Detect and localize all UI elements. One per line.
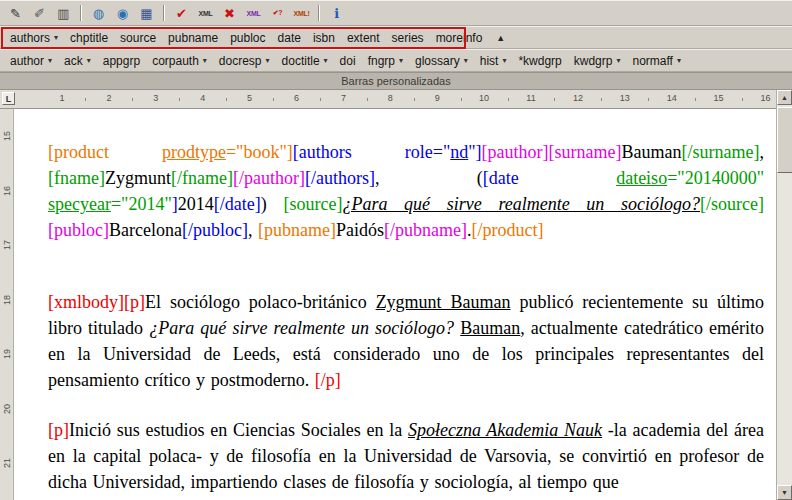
ruler-number: 2 [106,93,111,103]
element-button-moreinfo[interactable]: moreinfo [430,29,489,47]
xml-tag[interactable]: [/p] [315,370,341,390]
element-button-kwdgrp[interactable]: kwdgrp▾ [568,52,627,70]
xml-tag[interactable]: role=" [405,142,450,162]
xml-tag[interactable]: [/fname] [171,168,233,188]
xml-tag[interactable]: [publoc] [48,220,109,240]
element-button-label: isbn [313,31,335,45]
xml-tag[interactable]: dateiso [616,168,667,188]
dropdown-arrow-icon: ▾ [464,57,468,65]
save-icon[interactable]: ▦ [136,3,157,23]
ruler-number: 20 [2,400,12,418]
xml-tag[interactable]: [date [483,168,616,188]
pencil-icon[interactable]: ✎ [5,3,26,23]
xml-tag[interactable]: [/surname] [682,142,760,162]
element-button-doctitle[interactable]: doctitle▾ [276,52,334,70]
element-button-kwdgrp[interactable]: *kwdgrp [512,52,567,70]
xml-tag[interactable]: ="2014" [111,194,172,214]
scrollbar-thumb[interactable] [777,107,792,173]
vertical-scrollbar[interactable]: ▲ ▼ [776,90,792,500]
info-icon[interactable]: ℹ [326,3,347,23]
xml-tag[interactable]: specyear [48,194,111,214]
xml-validate-icon[interactable]: XML [195,3,216,23]
globe-edit-icon[interactable]: ◉ [112,3,133,23]
check-options-icon[interactable]: ✔? [267,3,288,23]
element-button-doi[interactable]: doi [334,52,362,70]
xml-tag[interactable]: [surname] [549,142,622,162]
xml-tag[interactable]: [/publoc] [182,220,248,240]
xml-tag[interactable]: nd [450,142,468,162]
text-run: , [760,142,765,162]
element-button-label: chptitle [70,31,108,45]
globe-icon[interactable]: ◍ [88,3,109,23]
ruler-tick [461,98,462,101]
element-button-fngrp[interactable]: fngrp▾ [362,52,409,70]
element-button-authors[interactable]: authors▾ [4,29,64,47]
element-button-publoc[interactable]: publoc [224,29,271,47]
element-button-chptitle[interactable]: chptitle [64,29,114,47]
ruler-tick [508,98,509,101]
xml-tag[interactable]: "] [468,142,481,162]
pen-icon[interactable]: ✐ [29,3,50,23]
element-button-label: *kwdgrp [518,54,561,68]
xml-tag[interactable]: [/date] [214,194,261,214]
element-button-extent[interactable]: extent [341,29,386,47]
element-button-isbn[interactable]: isbn [307,29,341,47]
element-button-author[interactable]: author▾ [4,52,58,70]
xml-tag[interactable]: [fname] [48,168,105,188]
element-button-label: series [392,31,424,45]
element-button-hist[interactable]: hist▾ [474,52,513,70]
text-run: 2014 [178,194,214,214]
ruler-number: 14 [667,93,677,103]
element-button-source[interactable]: source [114,29,162,47]
document-canvas[interactable]: [product prodtype="book"][authors role="… [14,109,776,500]
xml-tag[interactable]: [pubname] [258,220,336,240]
xml-tag[interactable]: ="book"] [226,142,293,162]
xml-tag[interactable]: [/authors] [305,168,375,188]
custom-bars-label-bar: Barras personalizadas [0,72,792,90]
xml-transform-icon[interactable]: XML [243,3,264,23]
toolbar-separator [80,5,82,21]
ruler-number: 8 [388,93,393,103]
element-button-corpauth[interactable]: corpauth▾ [146,52,213,70]
xml-tag[interactable]: [/pauthor] [233,168,305,188]
toolbar-separator [163,5,165,21]
tab-stop-selector[interactable]: L [2,92,15,105]
xml-tag[interactable]: [pauthor] [482,142,549,162]
xml-report-icon[interactable]: XML! [291,3,312,23]
ruler-number: 1 [59,93,64,103]
element-button-appgrp[interactable]: appgrp [97,52,146,70]
scroll-down-button[interactable]: ▼ [777,485,792,500]
element-button-docresp[interactable]: docresp▾ [213,52,276,70]
xml-tag[interactable]: [source] [283,194,342,214]
cancel-x-icon[interactable]: ✖ [219,3,240,23]
ruler-number: 16 [2,182,12,200]
xml-tag[interactable]: ="20140000" [667,168,764,188]
element-button-label: doctitle [282,54,320,68]
xml-tag[interactable]: prodtype [162,142,226,162]
xml-tag[interactable]: [p] [48,420,69,440]
text-run: ¿Para qué sirve realmente un sociólogo? [342,194,700,214]
element-button-date[interactable]: date [272,29,307,47]
xml-tag[interactable]: [/product] [471,220,543,240]
element-button-ack[interactable]: ack▾ [58,52,97,70]
document-area: 15161718192021 [product prodtype="book"]… [0,109,792,500]
xml-tag[interactable]: [xmlbody] [48,292,124,312]
dropdown-arrow-icon: ▾ [399,57,403,65]
horizontal-ruler: L 12345678910111213141516 [0,90,792,109]
element-button-series[interactable]: series [386,29,430,47]
scroll-up-button[interactable]: ▲ [777,90,792,105]
dropdown-arrow-icon: ▾ [677,57,681,65]
xml-tag[interactable]: [p] [124,292,145,312]
text-run: Zygmunt Bauman [376,292,511,312]
spellcheck-check-icon[interactable]: ✔ [171,3,192,23]
element-button-label: pubname [168,31,218,45]
xml-tag[interactable]: [product [48,142,162,162]
element-button-glossary[interactable]: glossary▾ [409,52,474,70]
xml-tag[interactable]: [/source] [700,194,764,214]
trash-icon[interactable]: ▥ [53,3,74,23]
toolbar-collapse-button[interactable]: ▲ [490,31,511,45]
xml-tag[interactable]: [/pubname] [384,220,467,240]
xml-tag[interactable]: [authors [293,142,405,162]
element-button-pubname[interactable]: pubname [162,29,224,47]
element-button-normaff[interactable]: normaff▾ [626,52,686,70]
